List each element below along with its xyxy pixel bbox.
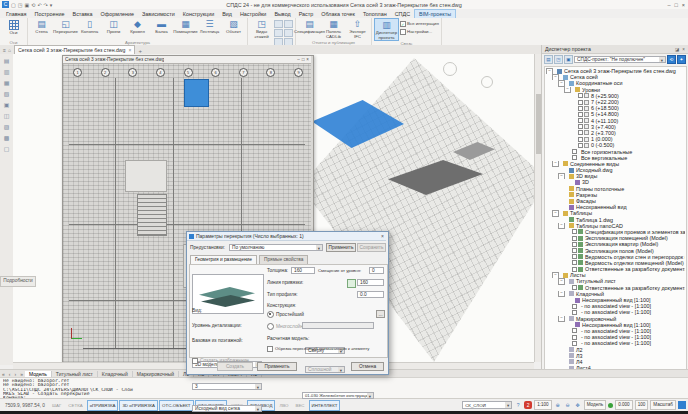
left-tool-icon[interactable]: ▨ <box>3 123 11 131</box>
current-level-value[interactable]: 0.000 <box>615 400 633 410</box>
save-preset-button[interactable]: Сохранить <box>357 243 386 252</box>
ribbon-tab[interactable]: Вывод <box>270 10 294 18</box>
checkbox-icon[interactable] <box>578 143 583 148</box>
thickness-input[interactable]: 160 <box>291 267 315 274</box>
ribbon-button[interactable]: ▦ Помещение <box>174 18 197 35</box>
ribbon-button[interactable]: ◱ Перекрытие <box>54 18 77 35</box>
expander-icon[interactable] <box>570 142 577 148</box>
ribbon-tab[interactable]: Облака точек <box>317 10 359 18</box>
checkbox-icon[interactable] <box>572 285 577 290</box>
ribbon-checkbox-row[interactable]: Вся интеграция <box>400 20 439 27</box>
checkbox-icon[interactable] <box>572 229 577 234</box>
ribbon-tab[interactable]: Настройки <box>236 10 270 18</box>
ribbon-button[interactable]: ▦ Панель CADLib <box>322 18 345 39</box>
checkbox-icon[interactable] <box>572 310 577 315</box>
offset-input[interactable]: 0 <box>369 267 384 274</box>
expander-icon[interactable] <box>564 179 571 185</box>
browse-material-button[interactable]: ... <box>376 310 385 318</box>
quick-access-icon[interactable]: ▣ <box>24 1 29 9</box>
ribbon-tab[interactable]: Вставка <box>69 10 97 18</box>
maximize-icon[interactable]: □ <box>302 57 305 62</box>
status-toggle[interactable]: ВЕС <box>292 400 307 411</box>
simple-radio-row[interactable]: Простейший <box>267 311 304 318</box>
help-icon[interactable]: ? <box>514 401 522 409</box>
panel-header[interactable]: Диспетчер проекта ◪ × <box>542 45 688 54</box>
pan-icon[interactable]: ✥ <box>574 401 582 409</box>
ribbon-tab[interactable]: Оформление <box>97 10 138 18</box>
trim-checkbox-row[interactable]: Обрезка пересечений примыкающих к элемен… <box>267 346 369 352</box>
apply-preset-button[interactable]: Применить <box>326 243 356 252</box>
status-toggle[interactable]: 3D оПРИВЯЗКА <box>119 400 158 411</box>
flip-icon[interactable] <box>347 279 356 288</box>
doc-tool-icon[interactable] <box>284 29 293 37</box>
checkbox-icon[interactable] <box>572 267 577 272</box>
close-icon[interactable]: × <box>682 2 685 8</box>
close-icon[interactable]: × <box>381 233 384 239</box>
scale-button[interactable]: Масштаб <box>650 400 676 410</box>
settings-icon[interactable]: ✦ <box>677 55 686 64</box>
checkbox-icon[interactable] <box>572 242 577 247</box>
checkbox-icon[interactable] <box>578 100 583 105</box>
material-combo[interactable]: 01-030 Железобетон конструкционный <box>302 392 374 399</box>
detail-combo[interactable]: 3 <box>192 383 262 390</box>
zoom-out-icon[interactable]: ⊖ <box>564 401 572 409</box>
ribbon-tab[interactable]: Главная <box>2 10 31 18</box>
checkbox-icon[interactable] <box>572 254 577 259</box>
checkbox-icon[interactable] <box>578 93 583 98</box>
checkbox-icon[interactable] <box>572 236 577 241</box>
close-icon[interactable]: × <box>682 47 685 52</box>
status-toggle[interactable]: ОТС-ОБЪЕКТ <box>159 400 194 411</box>
checkbox-icon[interactable] <box>572 149 577 154</box>
quick-access-icon[interactable]: ⟲ <box>31 1 35 9</box>
close-icon[interactable]: × <box>306 57 309 62</box>
zoom-percent[interactable]: 100 <box>635 400 649 410</box>
checkbox-icon[interactable] <box>572 304 577 309</box>
ribbon-button[interactable]: ☰ Лестница <box>198 18 221 35</box>
refresh-icon[interactable]: ⟲ <box>667 55 676 64</box>
left-tool-icon[interactable]: ▤ <box>3 57 11 65</box>
left-tool-icon[interactable]: ▥ <box>3 68 11 76</box>
tab-geometry[interactable]: Геометрия и размещение <box>190 255 257 264</box>
checkbox-icon[interactable] <box>578 112 583 117</box>
doc-tool-icon[interactable] <box>284 20 293 28</box>
checkbox-icon[interactable] <box>578 137 583 142</box>
preset-combo[interactable]: По умолчанию <box>229 244 323 251</box>
model-space-button[interactable]: Модель <box>584 400 607 410</box>
left-tool-icon[interactable]: ▦ <box>3 79 11 87</box>
expander-icon[interactable] <box>564 340 571 346</box>
checkbox-icon[interactable] <box>572 155 577 160</box>
tree-item[interactable]: Ответственные за разработку документа (Т… <box>546 266 685 272</box>
profile-combo[interactable]: Сплошной <box>305 366 345 373</box>
quick-access-icon[interactable]: ↶ <box>37 1 41 9</box>
ribbon-button[interactable]: ▧ Объект <box>222 18 245 35</box>
ribbon-tab[interactable]: Построение <box>31 10 69 18</box>
left-tool-icon[interactable]: ▧ <box>3 90 11 98</box>
ribbon-tab[interactable]: Топоплан <box>359 10 391 18</box>
panel-tool-icon[interactable]: ▤ <box>544 55 553 64</box>
doc-tool-icon[interactable] <box>274 20 283 28</box>
ribbon-tab[interactable]: СПДС <box>391 10 414 18</box>
ribbon-button[interactable]: ▤ Стена <box>30 18 53 35</box>
plan-window-titlebar[interactable]: Сетка осей 3 этаж-Перекрытие без стен.dw… <box>63 56 311 64</box>
checkbox-icon[interactable] <box>578 118 583 123</box>
status-toggle[interactable]: ЛВО <box>276 400 291 411</box>
checkbox-icon[interactable] <box>572 260 577 265</box>
tab-properties[interactable]: Прямые свойства <box>259 255 308 264</box>
minimize-icon[interactable]: – <box>297 57 300 62</box>
ribbon-tab[interactable]: Растр <box>295 10 318 18</box>
pin-icon[interactable]: ◪ <box>675 47 679 52</box>
ribbon-button[interactable]: ◆ Кровля <box>126 18 149 35</box>
axes-button[interactable]: Оси <box>2 18 25 36</box>
layer-combo[interactable]: СК_СЛОЙ <box>462 401 512 409</box>
maximize-icon[interactable]: □ <box>674 2 677 8</box>
left-tool-icon[interactable]: ◫ <box>3 112 11 120</box>
anchor-num-input[interactable]: 160 <box>357 279 384 286</box>
details-collapsed-tab[interactable]: Подробности <box>0 276 36 287</box>
checkbox-icon[interactable] <box>578 124 583 129</box>
status-toggle[interactable]: ИНТЕЛЛЕКТ <box>309 400 341 411</box>
dialog-titlebar[interactable]: Параметры перекрытия (Число выбранных: 1… <box>187 232 386 241</box>
profile-num-input[interactable]: 0.0 <box>357 291 384 298</box>
document-tab[interactable]: Сетка осей 3 этаж-Перекрытие без стен.dw… <box>14 45 135 54</box>
panel-tool-icon[interactable]: ◳ <box>554 55 563 64</box>
notification-badge[interactable]: 2 <box>524 401 532 409</box>
